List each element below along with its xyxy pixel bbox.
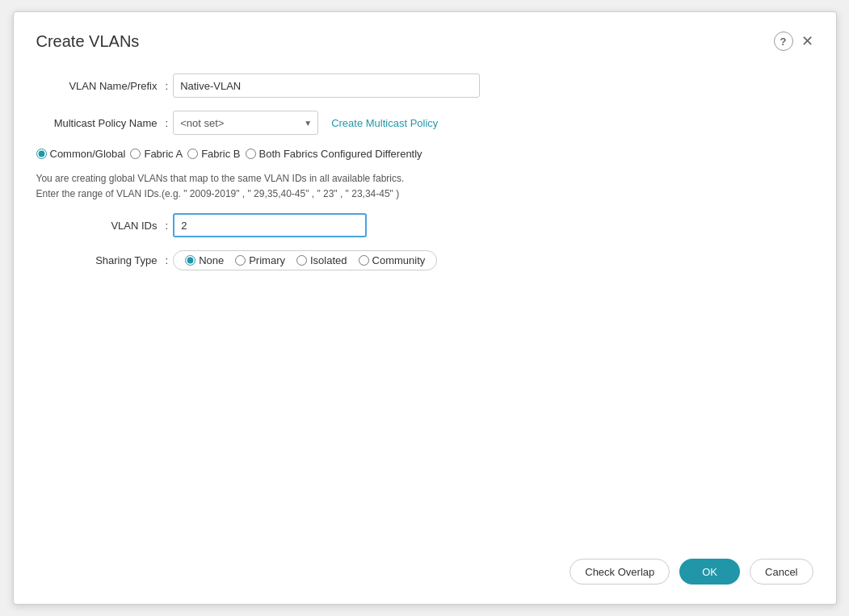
vlan-ids-input[interactable]: [173, 213, 367, 237]
close-button[interactable]: ✕: [801, 34, 813, 48]
multicast-policy-row: Multicast Policy Name : <not set> ▼ Crea…: [36, 111, 813, 135]
scope-both-option[interactable]: Both Fabrics Configured Differently: [246, 148, 422, 160]
scope-fabrica-label: Fabric A: [144, 148, 183, 160]
dialog-title-bar: Create VLANs ? ✕: [36, 31, 813, 51]
scope-fabrica-option[interactable]: Fabric A: [130, 148, 183, 160]
sharing-type-row: Sharing Type : None Primary Isolated Com…: [36, 250, 813, 270]
vlan-name-row: VLAN Name/Prefix :: [36, 73, 813, 98]
scope-fabricb-label: Fabric B: [201, 148, 240, 160]
sharing-community-label: Community: [372, 254, 426, 266]
sharing-primary-radio[interactable]: [235, 255, 246, 266]
vlan-ids-colon: :: [166, 220, 169, 232]
sharing-type-options: None Primary Isolated Community: [173, 250, 437, 270]
sharing-primary-label: Primary: [249, 254, 285, 266]
sharing-none-radio[interactable]: [185, 255, 195, 266]
vlan-name-input[interactable]: [173, 73, 480, 98]
scope-both-radio[interactable]: [246, 149, 256, 159]
vlan-name-colon: :: [166, 80, 169, 92]
scope-common-option[interactable]: Common/Global: [36, 148, 126, 160]
sharing-community-radio[interactable]: [359, 255, 369, 266]
sharing-isolated-radio[interactable]: [296, 255, 307, 266]
sharing-none-option[interactable]: None: [185, 254, 224, 266]
create-multicast-policy-link[interactable]: Create Multicast Policy: [331, 117, 438, 129]
info-text-line1: You are creating global VLANs that map t…: [36, 173, 405, 184]
ok-button[interactable]: OK: [679, 559, 740, 585]
sharing-community-option[interactable]: Community: [359, 254, 426, 266]
scope-common-label: Common/Global: [50, 148, 126, 160]
multicast-select-wrapper: <not set> ▼: [173, 111, 318, 135]
sharing-type-colon: :: [166, 254, 169, 266]
multicast-colon: :: [166, 117, 169, 129]
sharing-none-label: None: [199, 254, 224, 266]
sharing-isolated-label: Isolated: [310, 254, 347, 266]
info-text: You are creating global VLANs that map t…: [36, 171, 813, 202]
vlan-name-label: VLAN Name/Prefix: [36, 80, 166, 92]
dialog-footer: Check Overlap OK Cancel: [570, 559, 813, 585]
sharing-isolated-option[interactable]: Isolated: [296, 254, 347, 266]
dialog-title-actions: ? ✕: [774, 31, 813, 51]
vlan-ids-row: VLAN IDs :: [36, 213, 813, 237]
multicast-label: Multicast Policy Name: [36, 117, 166, 129]
create-vlans-dialog: Create VLANs ? ✕ VLAN Name/Prefix : Mult…: [13, 11, 837, 605]
scope-fabricb-radio[interactable]: [187, 149, 198, 159]
help-button[interactable]: ?: [774, 31, 793, 51]
sharing-primary-option[interactable]: Primary: [235, 254, 285, 266]
scope-fabrica-radio[interactable]: [130, 149, 141, 159]
info-text-line2: Enter the range of VLAN IDs.(e.g. " 2009…: [36, 188, 400, 199]
multicast-select[interactable]: <not set>: [173, 111, 318, 135]
vlan-ids-label: VLAN IDs: [36, 220, 166, 232]
scope-both-label: Both Fabrics Configured Differently: [259, 148, 422, 160]
cancel-button[interactable]: Cancel: [750, 559, 813, 585]
check-overlap-button[interactable]: Check Overlap: [570, 559, 670, 585]
sharing-type-label: Sharing Type: [36, 254, 166, 266]
scope-fabricb-option[interactable]: Fabric B: [187, 148, 240, 160]
scope-common-radio[interactable]: [36, 149, 47, 159]
scope-radio-group: Common/Global Fabric A Fabric B Both Fab…: [36, 148, 813, 160]
dialog-title: Create VLANs: [36, 32, 140, 51]
